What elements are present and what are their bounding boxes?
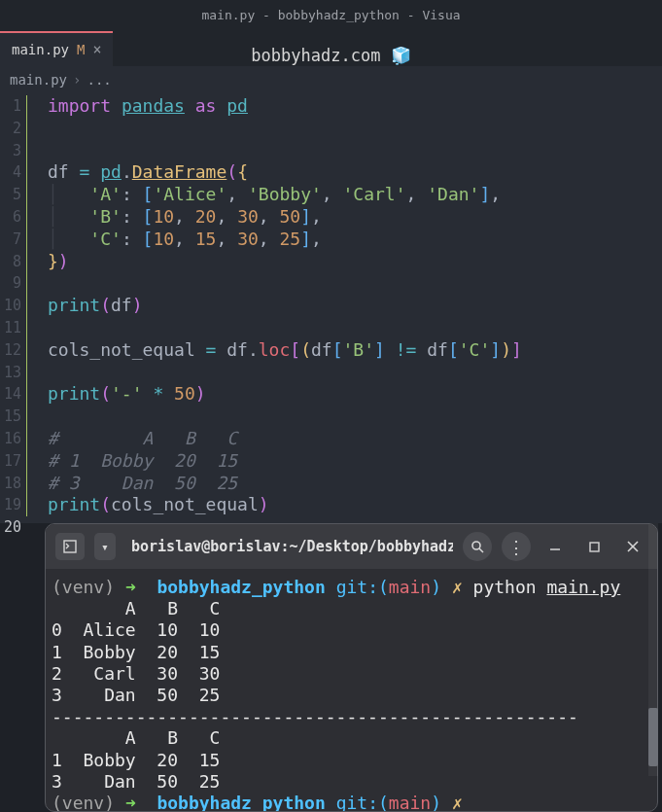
terminal-titlebar: ▾ borislav@borislav:~/Desktop/bobbyhadz_… — [46, 524, 657, 569]
breadcrumb-file[interactable]: main.py — [10, 72, 67, 88]
watermark: bobbyhadz.com 🧊 — [0, 46, 662, 65]
line-number-gutter: 1234567891011121314151617181920 — [0, 93, 25, 523]
svg-line-2 — [479, 548, 483, 552]
kebab-icon: ⋮ — [507, 537, 525, 557]
maximize-icon — [589, 542, 600, 552]
minimize-button[interactable] — [540, 532, 570, 561]
scrollbar[interactable] — [648, 523, 658, 776]
terminal-title: borislav@borislav:~/Desktop/bobbyhadz_..… — [125, 538, 453, 555]
terminal-separator: ----------------------------------------… — [52, 706, 578, 726]
menu-button[interactable]: ⋮ — [502, 532, 531, 561]
search-icon — [470, 540, 484, 553]
window-titlebar: main.py - bobbyhadz_python - Visua — [0, 0, 662, 29]
chevron-down-icon: ▾ — [101, 540, 109, 554]
svg-rect-0 — [64, 541, 76, 552]
breadcrumb[interactable]: main.py › ... — [0, 66, 662, 93]
watermark-emoji: 🧊 — [391, 46, 411, 65]
code-area[interactable]: import pandas as pd df = pd.DataFrame({│… — [30, 93, 662, 523]
search-button[interactable] — [463, 532, 492, 561]
watermark-text: bobbyhadz.com — [251, 46, 380, 65]
terminal-output-2: A B C 1 Bobby 20 15 3 Dan 50 25 — [52, 727, 220, 791]
breadcrumb-rest[interactable]: ... — [87, 72, 111, 88]
new-tab-button[interactable] — [55, 533, 85, 560]
close-button[interactable] — [618, 532, 647, 561]
terminal-output-1: A B C 0 Alice 10 10 1 Bobby 20 15 2 Carl… — [52, 598, 220, 705]
terminal-window[interactable]: ▾ borislav@borislav:~/Desktop/bobbyhadz_… — [45, 523, 658, 812]
svg-rect-4 — [590, 543, 599, 551]
chevron-right-icon: › — [73, 72, 81, 88]
minimize-icon — [549, 541, 561, 552]
maximize-button[interactable] — [579, 532, 609, 561]
window-title: main.py - bobbyhadz_python - Visua — [201, 8, 460, 22]
tab-dropdown-button[interactable]: ▾ — [94, 533, 116, 560]
terminal-body[interactable]: (venv) ➜ bobbyhadz_python git:(main) ✗ p… — [46, 569, 657, 812]
close-icon — [627, 541, 639, 552]
terminal-icon — [63, 540, 77, 553]
code-editor[interactable]: 1234567891011121314151617181920 import p… — [0, 93, 662, 523]
svg-point-1 — [472, 542, 480, 549]
scrollbar-thumb[interactable] — [648, 708, 658, 766]
